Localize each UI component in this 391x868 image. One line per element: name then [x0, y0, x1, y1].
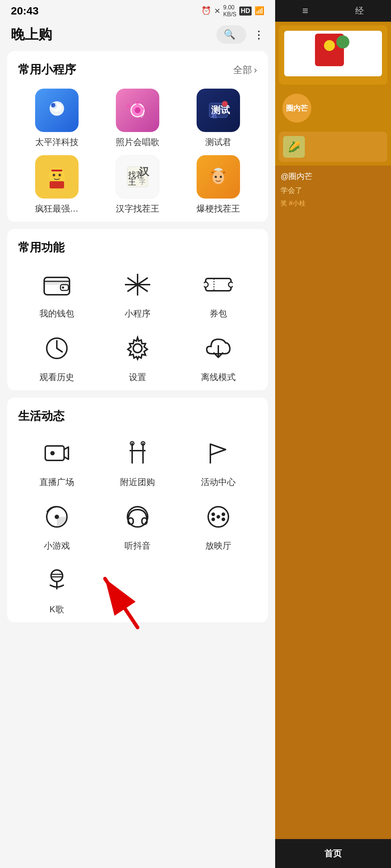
list-item[interactable]: 观看历史 — [18, 330, 95, 383]
top-bar-right: 🔍 ⋮ — [216, 25, 264, 44]
func-label-listen: 听抖音 — [125, 540, 151, 552]
func-label-coupon: 券包 — [210, 308, 227, 319]
mini-programs-grid: 太平洋科技 照片会唱歌 — [18, 89, 257, 214]
yellow-card[interactable]: 🌽 — [279, 132, 387, 162]
svg-point-18 — [59, 174, 61, 176]
right-envelope-card[interactable] — [279, 25, 387, 85]
svg-point-39 — [228, 282, 233, 287]
svg-point-17 — [53, 174, 55, 176]
list-item[interactable]: 小程序 — [99, 267, 176, 319]
circle-icon: 圈内芒 — [282, 94, 311, 123]
right-tags: 奖 #小桂 — [281, 199, 386, 208]
list-item[interactable]: 放映厅 — [180, 499, 257, 552]
list-item[interactable]: 我的钱包 — [18, 267, 95, 319]
status-bar: 20:43 ⏰ ⨯ 9.00KB/S HD 📶 — [0, 0, 275, 22]
svg-point-64 — [216, 515, 220, 519]
list-item[interactable]: 疯狂最强… — [18, 155, 95, 214]
mini-icon-test: 测试 君 — [197, 89, 240, 132]
svg-point-32 — [62, 286, 64, 289]
yellow-card-icon: 🌽 — [283, 136, 305, 158]
envelope-area — [315, 34, 351, 73]
mini-programs-more[interactable]: 全部 › — [233, 64, 257, 76]
func-label-live: 直播广场 — [39, 476, 74, 488]
list-item[interactable]: 听抖音 — [99, 499, 176, 552]
mini-icon-hanzi: 找茬 王 汉 字 — [116, 155, 159, 199]
svg-text:汉: 汉 — [139, 166, 150, 177]
svg-text:字: 字 — [139, 178, 146, 186]
signal-icon: 📶 — [255, 6, 264, 16]
list-item[interactable]: 爆梗找茬王 — [180, 155, 257, 214]
mini-label-crazy: 疯狂最强… — [35, 203, 79, 214]
mini-label-photo-sing: 照片会唱歌 — [116, 136, 159, 148]
func-label-miniapp: 小程序 — [125, 308, 151, 319]
game-icon-wrap — [39, 499, 75, 535]
list-item[interactable]: 活动中心 — [180, 435, 257, 488]
svg-rect-37 — [206, 278, 231, 291]
list-item[interactable]: 找茬 王 汉 字 汉字找茬王 — [99, 155, 176, 214]
svg-point-6 — [136, 101, 139, 105]
mini-label-test: 测试君 — [205, 136, 231, 148]
common-features-section: 常用功能 我的钱包 — [7, 229, 268, 390]
right-username: @圈内芒 — [281, 171, 386, 182]
svg-point-65 — [51, 570, 63, 582]
svg-point-12 — [222, 101, 228, 107]
svg-rect-14 — [51, 170, 62, 171]
left-panel: 20:43 ⏰ ⨯ 9.00KB/S HD 📶 晚上购 🔍 ⋮ 常用小程序 全部… — [0, 0, 275, 868]
more-options-icon[interactable]: ⋮ — [253, 28, 264, 41]
mini-icon-meme — [197, 155, 240, 199]
svg-point-61 — [222, 512, 225, 516]
svg-text:君: 君 — [211, 112, 218, 119]
right-desc: 学会了 — [281, 186, 386, 195]
top-bar: 晚上购 🔍 ⋮ — [0, 22, 275, 51]
list-item[interactable]: 离线模式 — [180, 330, 257, 383]
func-label-offline: 离线模式 — [201, 371, 236, 383]
wallet-icon-wrap — [39, 267, 75, 303]
func-label-game: 小游戏 — [44, 540, 70, 552]
nearby-icon-wrap — [119, 435, 156, 471]
list-item[interactable]: 小游戏 — [18, 499, 95, 552]
svg-point-28 — [220, 176, 222, 178]
svg-point-8 — [126, 104, 130, 108]
activity-icon-wrap — [200, 435, 236, 471]
list-item[interactable]: 券包 — [180, 267, 257, 319]
hd-icon: HD — [239, 7, 252, 16]
svg-point-47 — [50, 451, 55, 455]
life-grid: 直播广场 附近团购 — [18, 435, 257, 615]
bottom-nav-home[interactable]: 首页 — [324, 848, 342, 859]
list-item[interactable]: 测试 君 测试君 — [180, 89, 257, 148]
common-features-title: 常用功能 — [18, 240, 64, 256]
right-top-bar: ≡ 经 — [275, 0, 391, 22]
func-label-activity: 活动中心 — [201, 476, 236, 488]
search-icon: 🔍 — [224, 29, 235, 40]
mini-programs-header: 常用小程序 全部 › — [18, 62, 257, 78]
list-item[interactable]: K歌 — [18, 562, 95, 615]
svg-line-43 — [57, 348, 62, 352]
func-label-nearby: 附近团购 — [120, 476, 155, 488]
list-item[interactable]: 设置 — [99, 330, 176, 383]
mini-icon-crazy — [35, 155, 79, 199]
svg-point-26 — [213, 171, 224, 184]
svg-point-5 — [135, 107, 140, 113]
svg-point-7 — [143, 107, 146, 110]
search-bar[interactable]: 🔍 — [216, 25, 246, 44]
svg-point-27 — [215, 176, 217, 178]
right-content: 圈内芒 🌽 @圈内芒 学会了 奖 #小桂 — [275, 22, 391, 839]
func-label-cinema: 放映厅 — [205, 540, 231, 552]
mini-label-hanzi: 汉字找茬王 — [116, 203, 159, 214]
status-icons: ⏰ ⨯ 9.00KB/S HD 📶 — [201, 4, 264, 18]
list-item[interactable]: 照片会唱歌 — [99, 89, 176, 148]
list-item[interactable]: 附近团购 — [99, 435, 176, 488]
miniapp-icon-wrap — [119, 267, 156, 303]
history-icon-wrap — [39, 330, 75, 366]
common-features-grid: 我的钱包 小程序 — [18, 267, 257, 383]
svg-point-60 — [211, 512, 215, 516]
alarm-icon: ⏰ — [201, 6, 211, 16]
right-menu-icon[interactable]: ≡ — [302, 5, 308, 17]
right-bottom-nav[interactable]: 首页 — [275, 839, 391, 868]
list-item[interactable]: 太平洋科技 — [18, 89, 95, 148]
page-title: 晚上购 — [11, 25, 52, 44]
right-title: 经 — [355, 5, 364, 17]
func-label-wallet: 我的钱包 — [39, 308, 74, 319]
svg-point-63 — [222, 518, 225, 521]
list-item[interactable]: 直播广场 — [18, 435, 95, 488]
